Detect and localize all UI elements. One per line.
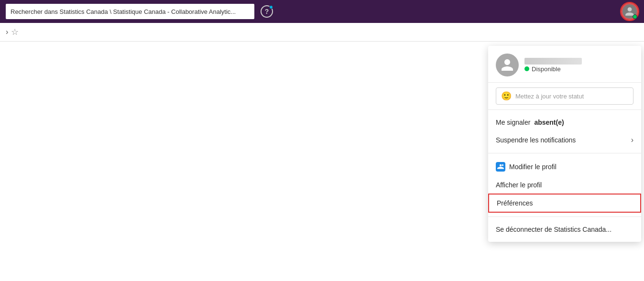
user-avatar-button[interactable]	[621, 3, 638, 20]
edit-profile-label-group: Modifier le profil	[496, 162, 557, 172]
menu-items-section: Me signaler absent(e) Suspendre les noti…	[488, 110, 641, 153]
help-notification-dot	[269, 5, 273, 9]
top-navigation-bar: Rechercher dans Statistics Canada \ Stat…	[0, 0, 644, 23]
edit-profile-icon	[496, 162, 505, 172]
camera-edit-icon	[497, 163, 504, 170]
help-icon: ?	[261, 5, 273, 18]
status-input-section: 🙂 Mettez à jour votre statut	[488, 83, 641, 110]
view-profile-item[interactable]: Afficher le profil	[488, 176, 641, 194]
signout-section: Se déconnecter de Statistics Canada...	[488, 217, 641, 242]
dropdown-user-info: Disponible	[524, 58, 582, 73]
status-label: Disponible	[532, 65, 561, 73]
help-button[interactable]: ?	[259, 4, 274, 19]
breadcrumb-arrow[interactable]: ›	[6, 28, 8, 36]
dropdown-profile-section: Disponible	[488, 46, 641, 83]
status-input-box[interactable]: 🙂 Mettez à jour votre statut	[496, 87, 633, 105]
user-online-indicator	[633, 14, 637, 19]
signout-item[interactable]: Se déconnecter de Statistics Canada...	[488, 221, 641, 238]
search-bar-text: Rechercher dans Statistics Canada \ Stat…	[11, 8, 236, 15]
favorite-star-icon[interactable]: ☆	[11, 27, 19, 37]
submenu-arrow-icon: ›	[631, 136, 633, 144]
suspend-notifications-label: Suspendre les notifications	[496, 136, 576, 144]
signout-label: Se déconnecter de Statistics Canada...	[496, 226, 611, 233]
view-profile-label: Afficher le profil	[496, 181, 542, 189]
content-separator	[0, 41, 644, 42]
set-absent-item[interactable]: Me signaler absent(e)	[488, 114, 641, 131]
dropdown-user-name	[524, 58, 582, 65]
breadcrumb-bar: › ☆	[0, 23, 644, 41]
profile-section: Modifier le profil Afficher le profil Pr…	[488, 153, 641, 217]
dropdown-user-status: Disponible	[524, 65, 582, 73]
dropdown-avatar-icon	[500, 58, 514, 72]
search-bar[interactable]: Rechercher dans Statistics Canada \ Stat…	[6, 4, 254, 19]
edit-profile-item[interactable]: Modifier le profil	[488, 157, 641, 176]
set-absent-prefix: Me signaler	[496, 119, 530, 126]
dropdown-user-avatar	[496, 54, 519, 76]
preferences-label: Préférences	[497, 199, 533, 207]
main-content-area: › ☆ Disponible 🙂 Mettez à j	[0, 23, 644, 281]
emoji-icon: 🙂	[501, 91, 512, 101]
status-placeholder: Mettez à jour votre statut	[515, 93, 584, 100]
user-dropdown-menu: Disponible 🙂 Mettez à jour votre statut …	[488, 46, 641, 242]
edit-profile-text: Modifier le profil	[509, 163, 557, 171]
suspend-notifications-item[interactable]: Suspendre les notifications ›	[488, 131, 641, 149]
preferences-item[interactable]: Préférences	[488, 194, 641, 213]
status-dot	[524, 66, 529, 71]
set-absent-bold: absent(e)	[534, 119, 564, 126]
